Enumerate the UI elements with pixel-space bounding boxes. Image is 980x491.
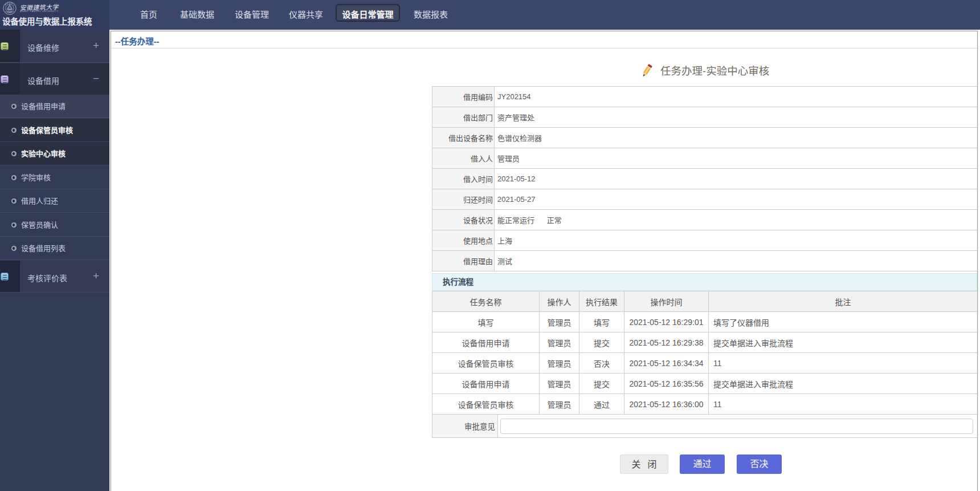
svg-text:建: 建 <box>9 2 11 5</box>
